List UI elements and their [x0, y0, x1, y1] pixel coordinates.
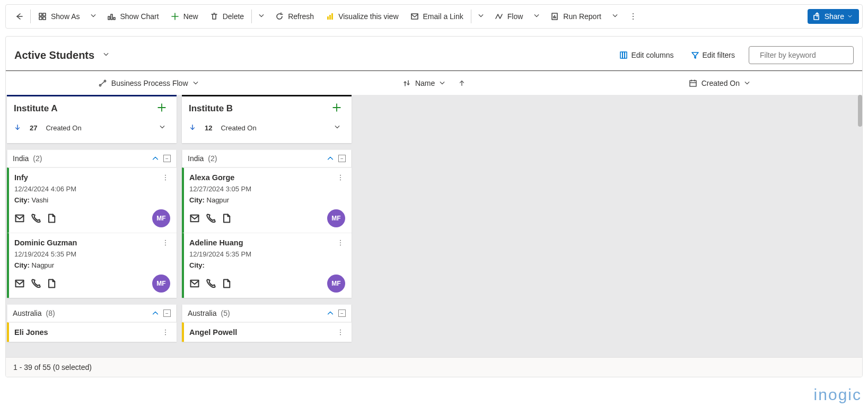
group-name: India — [13, 154, 29, 163]
card-datetime: 12/24/2024 4:06 PM — [14, 185, 170, 193]
flow-label: Flow — [507, 12, 523, 21]
card-menu-button[interactable] — [334, 328, 347, 338]
separator — [30, 10, 31, 23]
card[interactable]: Dominic Guzman 12/19/2024 5:35 PM City: … — [7, 233, 177, 298]
powerbi-icon — [326, 12, 334, 21]
card[interactable]: Angel Powell — [182, 322, 352, 342]
delete-button[interactable]: Delete — [205, 9, 249, 24]
card-title: Adeline Huang — [189, 238, 345, 247]
chevron-down-icon — [744, 80, 750, 86]
chevron-up-icon — [327, 309, 334, 317]
delete-split-chevron[interactable] — [254, 10, 269, 24]
calendar-icon — [689, 79, 697, 87]
avatar: MF — [152, 275, 170, 293]
collapse-icon[interactable]: − — [163, 309, 171, 317]
phone-icon[interactable] — [30, 278, 41, 289]
card-title: Dominic Guzman — [14, 238, 170, 247]
edit-filters-button[interactable]: Edit filters — [688, 50, 738, 60]
doc-icon[interactable] — [221, 213, 232, 224]
back-button[interactable] — [9, 9, 28, 24]
run-report-chevron[interactable] — [608, 10, 622, 24]
card-menu-button[interactable] — [334, 238, 347, 249]
lane-sort-chevron[interactable] — [155, 121, 170, 135]
share-label: Share — [825, 12, 844, 21]
card-datetime: 12/27/2024 3:05 PM — [189, 185, 345, 193]
card[interactable]: Alexa Gorge 12/27/2024 3:05 PM City: Nag… — [182, 167, 352, 233]
card-menu-button[interactable] — [159, 328, 172, 338]
mail-icon[interactable] — [14, 278, 25, 289]
mail-icon[interactable] — [189, 213, 200, 224]
lane-sort-chevron[interactable] — [330, 121, 345, 135]
collapse-icon[interactable]: − — [338, 309, 346, 317]
kanban-board: Institute A 27 Created On India (2) − — [6, 95, 862, 357]
email-link-button[interactable]: Email a Link — [405, 9, 469, 24]
sort-icon — [402, 79, 411, 87]
visualize-label: Visualize this view — [338, 12, 398, 21]
phone-icon[interactable] — [205, 213, 216, 224]
card-menu-button[interactable] — [159, 173, 172, 183]
filter-box[interactable] — [749, 46, 854, 64]
columns-icon — [619, 51, 628, 59]
view-picker-chevron[interactable] — [99, 48, 113, 63]
collapse-icon[interactable]: − — [338, 155, 346, 162]
card[interactable]: Eli Jones — [7, 322, 177, 342]
group-australia[interactable]: Australia (8) − — [7, 304, 177, 322]
lane-institute-b: Institute B 12 Created On India (2) − — [182, 95, 352, 357]
doc-icon[interactable] — [46, 213, 57, 224]
columns-row: Business Process Flow Name Created On — [6, 70, 862, 95]
arrow-down-icon — [14, 123, 21, 132]
refresh-button[interactable]: Refresh — [270, 9, 319, 24]
lane-sort-label: Created On — [46, 124, 81, 132]
column-created-on[interactable]: Created On — [577, 71, 862, 95]
email-link-label: Email a Link — [423, 12, 463, 21]
show-as-chevron[interactable] — [86, 10, 101, 24]
run-report-button[interactable]: Run Report — [545, 9, 607, 24]
card-menu-button[interactable] — [159, 238, 172, 249]
new-button[interactable]: New — [165, 9, 204, 24]
doc-icon[interactable] — [46, 278, 57, 289]
collapse-icon[interactable]: − — [163, 155, 171, 162]
edit-columns-button[interactable]: Edit columns — [616, 50, 677, 60]
group-india[interactable]: India (2) − — [182, 149, 352, 167]
phone-icon[interactable] — [205, 278, 216, 289]
column-name[interactable]: Name — [291, 71, 576, 95]
scrollbar-thumb[interactable] — [858, 95, 862, 127]
filter-input[interactable] — [759, 50, 854, 60]
group-count: (8) — [46, 309, 55, 317]
chevron-down-icon — [439, 80, 445, 86]
lane-add-button[interactable] — [154, 102, 170, 114]
share-button[interactable]: Share — [808, 9, 859, 24]
column-created-on-label: Created On — [702, 79, 740, 87]
column-bpf-label: Business Process Flow — [111, 79, 188, 87]
city-label: City: — [14, 196, 30, 204]
card-title: Infy — [14, 173, 170, 182]
share-icon — [813, 12, 821, 21]
column-name-label: Name — [415, 79, 435, 87]
card-title: Alexa Gorge — [189, 173, 345, 182]
doc-icon[interactable] — [221, 278, 232, 289]
flow-chevron[interactable] — [529, 10, 544, 24]
mail-icon[interactable] — [189, 278, 200, 289]
phone-icon[interactable] — [30, 213, 41, 224]
chevron-up-icon — [152, 309, 159, 317]
city-value: Nagpur — [207, 196, 230, 204]
column-bpf[interactable]: Business Process Flow — [6, 71, 291, 95]
email-link-chevron[interactable] — [474, 10, 488, 24]
group-name: Australia — [188, 309, 216, 317]
city-label: City: — [189, 261, 205, 269]
card-menu-button[interactable] — [334, 173, 347, 183]
show-as-button[interactable]: Show As — [33, 9, 85, 24]
card[interactable]: Infy 12/24/2024 4:06 PM City: Vashi MF — [7, 167, 177, 233]
card[interactable]: Adeline Huang 12/19/2024 5:35 PM City: M… — [182, 233, 352, 298]
group-count: (2) — [208, 154, 217, 163]
dots-icon — [629, 12, 637, 21]
visualize-button[interactable]: Visualize this view — [320, 9, 404, 24]
group-australia[interactable]: Australia (5) − — [182, 304, 352, 322]
lane-add-button[interactable] — [329, 102, 345, 114]
show-chart-button[interactable]: Show Chart — [102, 9, 164, 24]
flow-button[interactable]: Flow — [489, 9, 529, 24]
mail-icon[interactable] — [14, 213, 25, 224]
overflow-button[interactable] — [624, 9, 643, 24]
show-as-label: Show As — [51, 12, 80, 21]
group-india[interactable]: India (2) − — [7, 149, 177, 167]
